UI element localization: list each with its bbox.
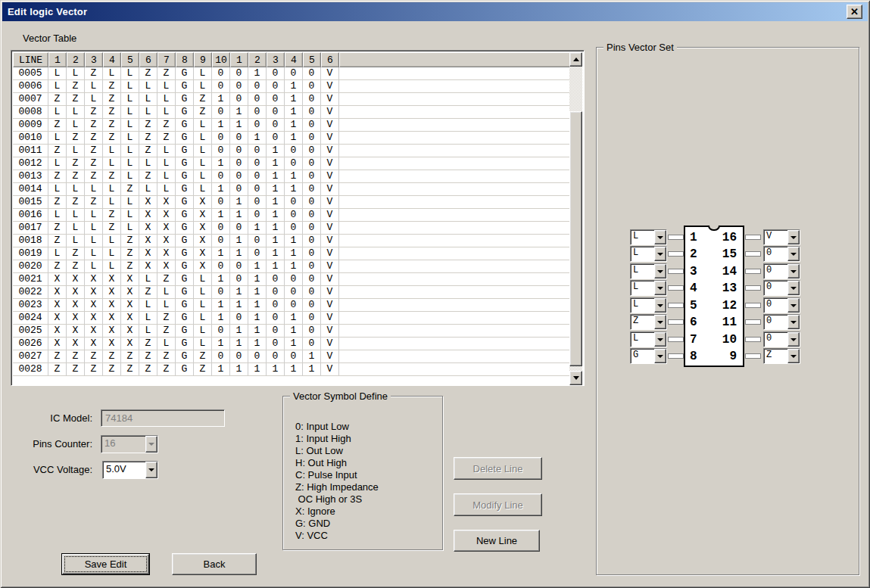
vector-value-cell: 0 xyxy=(303,106,321,118)
vector-value-cell: X xyxy=(103,299,121,311)
vector-value-cell: L xyxy=(67,235,85,247)
pin-16-dropdown-button[interactable] xyxy=(787,230,800,244)
table-row-0009[interactable]: 0009ZLZZLZZGL110010V xyxy=(13,119,571,132)
pin-13-dropdown-button[interactable] xyxy=(787,281,800,295)
table-row-0013[interactable]: 0013ZZZZLZLGL000110V xyxy=(13,170,571,183)
table-row-0006[interactable]: 0006LZLZLLLGL000010V xyxy=(13,80,571,93)
pin-6-dropdown-button[interactable] xyxy=(654,315,666,329)
vector-value-cell: G xyxy=(176,106,194,118)
table-row-0022[interactable]: 0022XXXXXZLGL011000V xyxy=(13,286,571,299)
table-row-0019[interactable]: 0019LZLLZXXGX110110V xyxy=(13,247,571,260)
vector-value-cell: L xyxy=(139,183,157,195)
pin-11-dropdown[interactable]: 0 xyxy=(763,314,800,330)
scroll-up-icon xyxy=(573,58,579,61)
table-row-0011[interactable]: 0011ZLZLLZLGL000100V xyxy=(13,145,571,157)
table-row-0005[interactable]: 0005LLZLLZZGL001000V xyxy=(13,67,571,80)
vector-value-cell: 0 xyxy=(248,80,267,92)
pin-1-dropdown-button[interactable] xyxy=(654,230,666,244)
column-header-pin-8: 8 xyxy=(176,52,194,67)
pin-9-stub xyxy=(745,353,761,359)
vector-value-cell: 0 xyxy=(267,67,285,79)
pin-7-dropdown-button[interactable] xyxy=(654,332,666,347)
table-row-0021[interactable]: 0021XXXXXLZGL101000V xyxy=(13,273,571,286)
table-row-0026[interactable]: 0026XXXXXZLGL111010V xyxy=(13,338,571,350)
pin-5-dropdown[interactable]: L xyxy=(630,297,667,313)
pin-12-dropdown-value: 0 xyxy=(764,298,787,313)
save-edit-button[interactable]: Save Edit xyxy=(61,553,150,575)
pin-4-dropdown[interactable]: L xyxy=(630,280,667,296)
pin-10-dropdown[interactable]: 0 xyxy=(763,331,800,347)
pin-9-dropdown[interactable]: Z xyxy=(763,348,800,364)
vector-symbol-define-groupbox: Vector Symbol Define 0: Input Low1: Inpu… xyxy=(282,396,443,550)
table-row-0007[interactable]: 0007ZZLZLLLGZ100010V xyxy=(13,93,571,106)
pin-6-dropdown[interactable]: Z xyxy=(630,314,667,330)
close-button[interactable]: ✕ xyxy=(847,5,862,19)
table-row-0015[interactable]: 0015ZZZLLXXGX010100V xyxy=(13,196,571,209)
pin-9-dropdown-button[interactable] xyxy=(787,349,800,363)
pin-12-dropdown-button[interactable] xyxy=(787,298,800,313)
pin-8-dropdown-button[interactable] xyxy=(654,349,666,363)
scroll-down-button[interactable] xyxy=(569,371,582,385)
table-row-0027[interactable]: 0027ZZZZZZZGZ000001V xyxy=(13,350,571,363)
table-row-0023[interactable]: 0023XXXXXLLGL111000V xyxy=(13,299,571,312)
vector-value-cell: X xyxy=(139,247,157,260)
pin-13-dropdown[interactable]: 0 xyxy=(763,280,800,296)
pin-8-dropdown[interactable]: G xyxy=(630,348,667,364)
pin-5-dropdown-button[interactable] xyxy=(654,298,666,313)
table-row-0028[interactable]: 0028ZZZZZZZGZ111111V xyxy=(13,363,571,376)
table-row-0018[interactable]: 0018ZLLLZXXGX010110V xyxy=(13,235,571,247)
vector-value-cell: 0 xyxy=(303,67,321,79)
scroll-thumb[interactable] xyxy=(569,111,582,366)
pin-3-stub xyxy=(668,269,684,274)
pin-number-1: 1 xyxy=(690,231,708,245)
table-row-0024[interactable]: 0024XXXXXLZGL101010V xyxy=(13,312,571,325)
vector-value-cell: X xyxy=(139,209,157,221)
pin-14-dropdown[interactable]: 0 xyxy=(763,263,800,279)
table-row-0020[interactable]: 0020ZZLLZXXGX001110V xyxy=(13,260,571,273)
chevron-down-icon xyxy=(790,304,797,307)
vector-value-cell: 1 xyxy=(285,80,303,92)
table-row-0025[interactable]: 0025XXXXXLZGL011010V xyxy=(13,325,571,338)
vcc-voltage-dropdown[interactable]: 5.0V xyxy=(102,461,158,479)
line-number-cell: 0010 xyxy=(13,132,48,144)
vector-value-cell: L xyxy=(103,235,121,247)
pin-2-dropdown[interactable]: L xyxy=(630,246,667,262)
pin-12-dropdown[interactable]: 0 xyxy=(763,297,800,313)
table-row-0012[interactable]: 0012LZZLLLLGL100100V xyxy=(13,157,571,170)
table-row-0008[interactable]: 0008LLZZLLLGZ010010V xyxy=(13,106,571,119)
pin-3-dropdown-button[interactable] xyxy=(654,264,666,278)
scroll-up-button[interactable] xyxy=(569,52,582,67)
pin-14-dropdown-button[interactable] xyxy=(787,264,800,278)
pin-1-dropdown[interactable]: L xyxy=(630,229,667,245)
new-line-button[interactable]: New Line xyxy=(454,530,540,552)
table-row-0014[interactable]: 0014LLLLZLLGL100110V xyxy=(13,183,571,196)
pin-10-dropdown-button[interactable] xyxy=(787,332,800,347)
pin-number-10: 10 xyxy=(713,333,737,347)
pin-15-dropdown[interactable]: 0 xyxy=(763,246,800,262)
symbol-legend-line: Z: High Impedance xyxy=(295,481,379,493)
table-scrollbar[interactable] xyxy=(569,52,582,385)
vector-value-cell: L xyxy=(194,338,212,350)
vector-value-cell: Z xyxy=(139,67,157,79)
vector-value-cell: 0 xyxy=(248,157,267,170)
vector-value-cell: 0 xyxy=(212,260,230,272)
vcc-voltage-dropdown-button[interactable] xyxy=(145,462,157,478)
table-row-0016[interactable]: 0016LLLZLXXGX110100V xyxy=(13,209,571,222)
table-row-0017[interactable]: 0017ZLLZLXXGX001100V xyxy=(13,222,571,235)
table-row-0010[interactable]: 0010LZZZLZZGL001010V xyxy=(13,132,571,145)
vector-value-cell: L xyxy=(48,247,67,260)
pin-16-dropdown[interactable]: V xyxy=(763,229,800,245)
vector-value-cell: 1 xyxy=(248,325,267,337)
vector-value-cell: L xyxy=(157,80,176,92)
vector-value-cell: L xyxy=(85,93,103,105)
pin-4-dropdown-button[interactable] xyxy=(654,281,666,295)
vector-value-cell: G xyxy=(176,338,194,350)
pin-15-dropdown-button[interactable] xyxy=(787,247,800,261)
vector-value-cell: X xyxy=(121,312,139,324)
pin-2-dropdown-button[interactable] xyxy=(654,247,666,261)
vector-value-cell: 0 xyxy=(212,350,230,362)
pin-11-dropdown-button[interactable] xyxy=(787,315,800,329)
pin-7-dropdown[interactable]: L xyxy=(630,331,667,347)
back-button[interactable]: Back xyxy=(172,553,257,575)
pin-3-dropdown[interactable]: L xyxy=(630,263,667,279)
